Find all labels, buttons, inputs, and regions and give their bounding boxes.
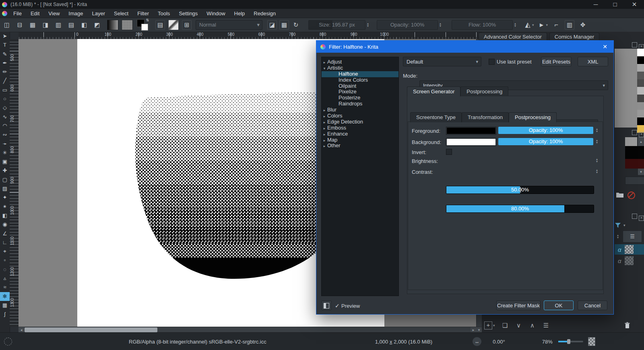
layer-row[interactable]: α <box>615 255 644 266</box>
background-opacity-slider[interactable]: Opacity: 100% <box>498 138 593 145</box>
menu-settings[interactable]: Settings <box>174 9 202 18</box>
layer-properties-button[interactable]: ☰ <box>623 231 642 243</box>
scroll-up-button[interactable]: ▴ <box>638 137 644 146</box>
scrollbar-thumb[interactable] <box>25 327 157 332</box>
ellipse-tool[interactable]: ○ <box>0 95 10 103</box>
layer-properties-icon[interactable]: ☰ <box>541 321 551 330</box>
assistants-tool[interactable]: ∠ <box>0 229 10 238</box>
tab-screentone-type[interactable]: Screentone Type <box>410 112 462 122</box>
delete-layer-trash-icon[interactable] <box>624 322 630 329</box>
layer-row-selected[interactable]: α <box>615 244 644 255</box>
align-right-icon[interactable]: ◩ <box>93 21 101 29</box>
menu-image[interactable]: Image <box>64 9 87 18</box>
eraser-mode-button[interactable]: ◪ <box>267 20 277 30</box>
color-history-swatches[interactable] <box>637 49 644 133</box>
bezier-curve-tool[interactable]: ◠ <box>0 121 10 130</box>
swatch[interactable] <box>637 49 644 56</box>
tree-group-adjust[interactable]: ▸Adjust <box>322 59 398 65</box>
reference-images-tool[interactable]: ⌖ <box>0 247 10 256</box>
color-sampler-tool[interactable]: ✦ <box>0 193 10 202</box>
align-horizontal-icon[interactable]: ◫ <box>2 21 11 29</box>
crop-tool[interactable]: ▢ <box>0 175 10 184</box>
menu-filter[interactable]: Filter <box>133 9 153 18</box>
workspace-chooser-button[interactable]: ⊞ <box>182 20 192 30</box>
add-layer-button[interactable]: + <box>484 321 492 329</box>
swatch[interactable] <box>637 56 644 64</box>
menu-edit[interactable]: Edit <box>26 9 44 18</box>
invert-checkbox[interactable] <box>446 149 452 155</box>
duplicate-layer-button[interactable]: ❏ <box>500 321 510 330</box>
rectangular-selection-tool[interactable]: ▫ <box>0 256 10 265</box>
palette-swatch[interactable] <box>625 159 644 169</box>
float-docker-icon[interactable] <box>632 214 637 219</box>
horizontal-scrollbar[interactable]: ◂ ▸ ▾ <box>19 327 482 333</box>
create-filter-mask-button[interactable]: Create Filter Mask <box>496 301 541 310</box>
size-spinner[interactable]: ▴▾ <box>365 21 370 29</box>
background-color-swatch[interactable] <box>446 138 496 146</box>
distribute-top-icon[interactable]: ▦ <box>28 21 37 29</box>
contrast-spinner[interactable]: ▴▾ <box>594 167 599 176</box>
foreground-color-swatch[interactable] <box>446 127 496 135</box>
similar-color-selection-tool[interactable]: ▦ <box>0 301 10 310</box>
scroll-down-button[interactable]: ▾ <box>476 327 482 333</box>
tab-advanced-color-selector[interactable]: Advanced Color Selector <box>479 33 547 41</box>
scroll-down-button[interactable]: ▾ <box>638 169 644 175</box>
zoom-percentage[interactable]: 78% <box>542 339 553 345</box>
edit-brush-settings-button[interactable]: ▤ <box>155 20 165 30</box>
contrast-slider[interactable]: 80.00% <box>446 205 594 213</box>
scroll-left-button[interactable]: ◂ <box>19 327 24 333</box>
blending-mode-combobox[interactable]: Normal▾ <box>196 20 262 30</box>
preserve-alpha-button[interactable]: ▦ <box>279 20 289 30</box>
xml-button[interactable]: XML <box>578 57 608 66</box>
preview-checkbox[interactable]: ✓ <box>335 303 340 309</box>
opacity-spinner[interactable]: ▴▾ <box>615 231 620 242</box>
menu-file[interactable]: File <box>9 9 26 18</box>
freehand-path-tool[interactable]: ∾ <box>0 130 10 139</box>
menu-layer[interactable]: Layer <box>87 9 109 18</box>
multibrush-tool[interactable]: ✳ <box>0 148 10 157</box>
swap-colors-icon[interactable]: ⇅ <box>146 18 149 22</box>
use-last-preset-checkbox[interactable] <box>489 59 495 65</box>
swatch[interactable] <box>637 64 644 72</box>
distribute-horizontal-icon[interactable]: ◨ <box>41 21 50 29</box>
brightness-slider[interactable]: 50.00% <box>446 186 594 194</box>
maximize-button[interactable]: □ <box>605 0 625 9</box>
filter-funnel-icon[interactable] <box>615 222 621 228</box>
layer-thumbnail[interactable] <box>625 245 634 254</box>
tab-transformation[interactable]: Transformation <box>462 112 509 122</box>
text-tool[interactable]: T <box>0 41 10 49</box>
tab-postprocessing-inner[interactable]: Postprocessing <box>509 112 557 122</box>
add-layer-options[interactable]: ▾ <box>493 323 495 327</box>
fg-opacity-spinner[interactable]: ▴▾ <box>594 126 599 135</box>
edit-shapes-tool[interactable]: ✎ <box>0 50 10 59</box>
close-docker-icon[interactable]: ✕ <box>639 216 644 221</box>
tab-comics-manager[interactable]: Comics Manager <box>549 33 599 41</box>
align-vertical-icon[interactable]: ⊟ <box>15 21 24 29</box>
tree-group-other[interactable]: ▸Other <box>322 143 398 149</box>
preview-split-button[interactable] <box>321 301 332 310</box>
dialog-close-button[interactable]: ✕ <box>600 42 610 51</box>
canvas-only-mode-icon[interactable] <box>588 337 595 346</box>
menu-view[interactable]: View <box>44 9 64 18</box>
tree-item-raindrops[interactable]: Raindrops <box>322 101 398 107</box>
line-tool[interactable]: ╱ <box>0 76 10 85</box>
expand-toolbar-icon[interactable]: ✥ <box>578 21 587 29</box>
move-layer-down-button[interactable]: ∨ <box>514 321 524 330</box>
foreground-opacity-slider[interactable]: Opacity: 100% <box>498 127 593 134</box>
color-selector-shade-area[interactable] <box>615 49 637 128</box>
close-docker-icon[interactable]: ✕ <box>639 132 644 137</box>
swatch[interactable] <box>637 95 644 102</box>
float-docker-icon[interactable] <box>632 42 637 47</box>
tree-item-pixelize[interactable]: Pixelize <box>322 89 398 95</box>
swatch[interactable] <box>637 79 644 87</box>
opacity-spinner[interactable]: ▴▾ <box>438 21 443 29</box>
transform-tool[interactable]: ▣ <box>0 157 10 166</box>
freehand-brush-tool[interactable]: ✏ <box>0 68 10 76</box>
tree-group-emboss[interactable]: ▸Emboss <box>322 125 398 131</box>
float-docker-icon[interactable] <box>632 130 637 135</box>
polygonal-selection-tool[interactable]: ▵ <box>0 274 10 283</box>
close-button[interactable]: ✕ <box>625 0 644 9</box>
bg-opacity-spinner[interactable]: ▴▾ <box>594 137 599 146</box>
contiguous-selection-tool[interactable]: ✻ <box>0 292 10 301</box>
smart-patch-tool[interactable]: ✴ <box>0 202 10 211</box>
